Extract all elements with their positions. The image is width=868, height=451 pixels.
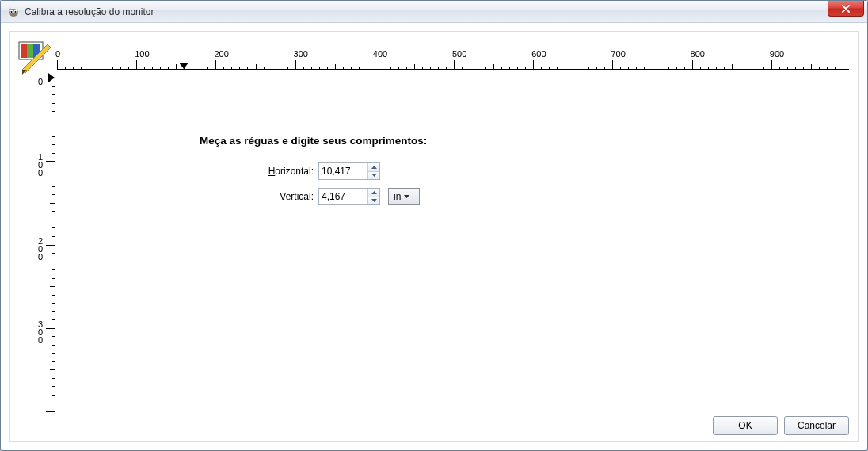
cancel-button[interactable]: Cancelar [784,416,849,435]
unit-dropdown[interactable]: in [388,188,420,205]
button-bar: OK Cancelar [713,416,849,435]
titlebar[interactable]: Calibra a resolução do monitor [1,1,867,23]
svg-marker-12 [179,63,188,69]
svg-marker-17 [371,199,377,202]
spin-up-icon[interactable] [368,163,379,171]
horizontal-spinbox[interactable]: 10,417 [318,162,380,180]
svg-marker-14 [371,166,377,169]
spin-down-icon[interactable] [368,171,379,180]
dialog-window: Calibra a resolução do monitor 010020030… [0,0,868,451]
vertical-value[interactable]: 4,167 [319,189,367,204]
svg-marker-16 [371,191,377,194]
row-horizontal: Horizontal: 10,417 [200,161,427,182]
ok-button[interactable]: OK [713,416,778,435]
gimp-wilber-icon [7,6,20,18]
vertical-spin-arrows[interactable] [367,189,379,204]
client-area: 0100200300400500600700800900 0100200300 … [9,31,859,442]
svg-point-4 [15,11,17,13]
horizontal-value[interactable]: 10,417 [319,163,367,179]
unit-dropdown-label: in [394,191,401,202]
svg-marker-18 [404,195,409,198]
svg-marker-13 [48,73,55,82]
vertical-ruler[interactable]: 0100200300 [32,78,55,410]
hruler-marker-icon[interactable] [179,63,188,71]
form-heading: Meça as réguas e digite seus comprimento… [200,135,427,147]
row-vertical: Vertical: 4,167 in [200,186,427,207]
svg-rect-6 [21,44,27,58]
svg-point-3 [11,11,13,13]
spin-down-icon[interactable] [368,197,379,205]
ruler-colors-icon [17,40,52,75]
horizontal-spin-arrows[interactable] [367,163,379,179]
vruler-marker-icon[interactable] [48,73,56,85]
svg-rect-7 [27,44,33,58]
horizontal-label: Horizontal: [200,166,318,177]
close-button[interactable] [828,1,864,17]
spin-up-icon[interactable] [368,189,379,197]
window-title: Calibra a resolução do monitor [25,6,154,17]
horizontal-ruler[interactable]: 0100200300400500600700800900 [57,46,849,70]
svg-marker-15 [371,174,377,177]
form-area: Meça as réguas e digite seus comprimento… [200,135,427,212]
vertical-spinbox[interactable]: 4,167 [318,188,380,205]
chevron-down-icon [404,195,409,198]
vertical-label: Vertical: [200,191,318,202]
